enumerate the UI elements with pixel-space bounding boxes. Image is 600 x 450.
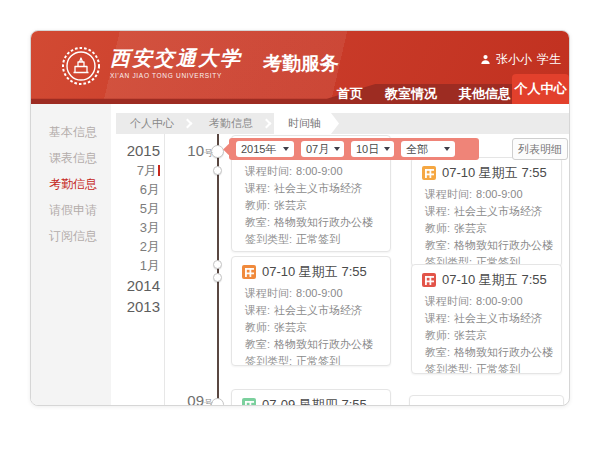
timeline-node — [213, 273, 222, 282]
timeline-node — [213, 166, 222, 175]
day-marker-10: 10号 — [179, 142, 213, 160]
field-value: 格物致知行政办公楼 — [454, 237, 553, 254]
chevron-down-icon — [334, 147, 340, 151]
app-title: 考勤服务 — [263, 51, 339, 77]
field-value: 8:00-9:00 — [476, 186, 522, 203]
card-body: 课程时间:8:00-9:00 课程:社会主义市场经济 教师:张芸京 教室:格物致… — [412, 291, 561, 374]
card-body: 课程时间:8:00-9:00 课程:社会主义市场经济 教师:张芸京 教室:格物致… — [412, 184, 561, 267]
chevron-down-icon — [384, 147, 390, 151]
field-value: 张芸京 — [274, 197, 307, 214]
nav-item-home[interactable]: 首页 — [337, 85, 363, 103]
timeline-nav-year[interactable]: 2014 — [116, 275, 164, 296]
timeline-nav-year[interactable]: 2015 — [116, 140, 164, 161]
breadcrumb-item-attendance[interactable]: 考勤信息 — [195, 113, 263, 134]
field-value: 社会主义市场经济 — [454, 310, 542, 327]
card-date: 07-10 星期五 7:55 — [262, 263, 367, 281]
card-header: 07-10 星期五 7:55 — [232, 257, 390, 283]
timeline-nav-month-selected[interactable]: 7月 — [116, 161, 164, 180]
field-value: 8:00-9:00 — [296, 163, 342, 180]
attendance-card: 07-09 星期四 7:55 — [231, 389, 391, 406]
attendance-card-peek — [409, 395, 564, 406]
card-header: 07-10 星期五 7:55 — [412, 158, 561, 184]
field-value: 张芸京 — [454, 220, 487, 237]
field-label: 课程: — [425, 310, 450, 327]
year-dropdown[interactable]: 2015年 — [236, 141, 294, 157]
breadcrumb: 个人中心 考勤信息 时间轴 — [116, 113, 569, 134]
sidebar-item-timetable[interactable]: 课表信息 — [31, 145, 111, 171]
field-value: 张芸京 — [454, 327, 487, 344]
timeline-nav-month[interactable]: 6月 — [116, 180, 164, 199]
university-brand: 西安交通大学 XI'AN JIAO TONG UNIVERSITY 考勤服务 — [61, 46, 339, 86]
attendance-card: 07-10 星期五 7:55 课程时间:8:00-9:00 课程:社会主义市场经… — [231, 256, 391, 366]
attendance-status-icon — [422, 166, 436, 180]
field-label: 教师: — [245, 197, 270, 214]
field-label: 教师: — [425, 220, 450, 237]
field-value: 格物致知行政办公楼 — [274, 214, 373, 231]
nav-item-classrooms[interactable]: 教室情况 — [385, 85, 437, 103]
user-role: 学生 — [537, 51, 561, 68]
filter-bar: 2015年 07月 10日 全部 — [229, 138, 479, 160]
list-detail-button[interactable]: 列表明细 — [512, 138, 568, 160]
field-label: 教室: — [425, 344, 450, 361]
day-marker-09: 09号 — [179, 392, 213, 406]
attendance-status-icon — [242, 265, 256, 279]
card-date: 07-10 星期五 7:55 — [442, 164, 547, 182]
user-name: 张小小 — [496, 51, 532, 68]
attendance-card: 07-10 星期五 7:55 课程时间:8:00-9:00 课程:社会主义市场经… — [411, 264, 562, 374]
field-value: 正常签到 — [296, 353, 340, 366]
university-logo-icon — [61, 46, 101, 86]
field-label: 课程: — [245, 180, 270, 197]
main-nav: 首页 教室情况 其他信息 — [337, 84, 511, 104]
field-value: 社会主义市场经济 — [454, 203, 542, 220]
timeline-nav-month[interactable]: 5月 — [116, 199, 164, 218]
field-value: 8:00-9:00 — [476, 293, 522, 310]
month-dropdown[interactable]: 07月 — [301, 141, 344, 157]
sidebar: 基本信息 课表信息 考勤信息 请假申请 订阅信息 — [31, 104, 111, 405]
field-value: 格物致知行政办公楼 — [274, 336, 373, 353]
field-label: 签到类型: — [245, 231, 292, 248]
app-window: 西安交通大学 XI'AN JIAO TONG UNIVERSITY 考勤服务 张… — [30, 30, 570, 406]
card-body: 课程时间:8:00-9:00 课程:社会主义市场经济 教师:张芸京 教室:格物致… — [232, 283, 390, 366]
field-value: 格物致知行政办公楼 — [454, 344, 553, 361]
user-info[interactable]: 张小小 学生 — [480, 51, 561, 68]
scope-dropdown[interactable]: 全部 — [401, 141, 455, 157]
field-label: 课程: — [425, 203, 450, 220]
field-value: 正常签到 — [476, 361, 520, 374]
sidebar-item-attendance[interactable]: 考勤信息 — [31, 171, 111, 197]
timeline-nav-month[interactable]: 3月 — [116, 218, 164, 237]
field-label: 课程时间: — [425, 293, 472, 310]
field-value: 社会主义市场经济 — [274, 302, 362, 319]
field-value: 8:00-9:00 — [296, 285, 342, 302]
chevron-right-icon — [262, 119, 272, 129]
field-label: 课程时间: — [245, 285, 292, 302]
field-value: 社会主义市场经济 — [274, 180, 362, 197]
screenshot-canvas: 西安交通大学 XI'AN JIAO TONG UNIVERSITY 考勤服务 张… — [0, 0, 600, 450]
app-header: 西安交通大学 XI'AN JIAO TONG UNIVERSITY 考勤服务 张… — [31, 31, 569, 104]
user-icon — [480, 54, 491, 65]
chevron-down-icon — [283, 147, 289, 151]
field-label: 教室: — [245, 336, 270, 353]
field-value: 张芸京 — [274, 319, 307, 336]
field-label: 课程时间: — [425, 186, 472, 203]
university-name-cn: 西安交通大学 — [110, 46, 242, 70]
breadcrumb-item-timeline[interactable]: 时间轴 — [274, 113, 339, 134]
field-label: 教师: — [425, 327, 450, 344]
chevron-right-icon — [183, 119, 193, 129]
timeline-nav-year[interactable]: 2013 — [116, 296, 164, 317]
field-label: 教室: — [425, 237, 450, 254]
nav-item-other-info[interactable]: 其他信息 — [459, 85, 511, 103]
card-header: 07-09 星期四 7:55 — [232, 390, 390, 406]
sidebar-item-subscription[interactable]: 订阅信息 — [31, 223, 111, 249]
field-label: 课程: — [245, 302, 270, 319]
timeline-nav-month[interactable]: 2月 — [116, 237, 164, 256]
breadcrumb-item-personal-center[interactable]: 个人中心 — [116, 113, 184, 134]
card-header: 07-10 星期五 7:55 — [412, 265, 561, 291]
card-date: 07-09 星期四 7:55 — [262, 396, 367, 406]
day-dropdown[interactable]: 10日 — [351, 141, 394, 157]
timeline-year-month-nav: 2015 7月 6月 5月 3月 2月 1月 2014 2013 — [116, 140, 164, 317]
sidebar-item-basic-info[interactable]: 基本信息 — [31, 119, 111, 145]
sidebar-item-leave-request[interactable]: 请假申请 — [31, 197, 111, 223]
timeline-divider — [164, 134, 165, 405]
timeline-nav-month[interactable]: 1月 — [116, 256, 164, 275]
nav-item-personal-center[interactable]: 个人中心 — [512, 74, 569, 104]
